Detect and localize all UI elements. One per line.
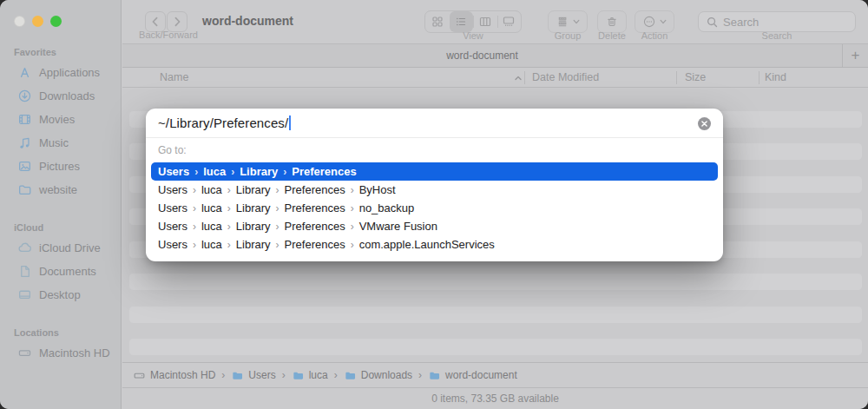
path-segment: Preferences [285, 238, 345, 251]
column-header-name[interactable]: Name [160, 71, 188, 83]
column-header-date-modified[interactable]: Date Modified [532, 71, 599, 83]
chevron-separator: › [193, 239, 196, 251]
sidebar-item-label: iCloud Drive [39, 241, 101, 254]
status-text: 0 items, 73.35 GB available [431, 393, 559, 405]
path-item-label: Users [248, 369, 275, 381]
music-icon [17, 135, 32, 150]
desktop-icon [17, 287, 32, 302]
hard-drive-icon [133, 369, 146, 382]
gallery-view-button[interactable] [497, 11, 522, 32]
path-segment: Preferences [292, 165, 356, 178]
tab-word-document[interactable]: word-document [122, 44, 842, 67]
search-input[interactable]: Search [698, 11, 856, 32]
sidebar: Favorites Applications Downloads Movies [0, 0, 122, 409]
list-row-stripe [129, 339, 862, 355]
column-header-kind[interactable]: Kind [765, 71, 786, 83]
list-row-stripe [129, 307, 862, 323]
path-segment: Preferences [285, 220, 345, 233]
suggestion-row[interactable]: Users›luca›Library›Preferences›VMware Fu… [151, 217, 718, 235]
path-segment: VMware Fusion [359, 220, 437, 233]
path-segment: luca [201, 220, 222, 233]
path-item-users[interactable]: Users [231, 369, 275, 382]
path-item-word-document[interactable]: word-document [428, 369, 517, 382]
view-label: View [424, 30, 522, 41]
list-row-stripe [129, 274, 862, 290]
chevron-separator: › [227, 239, 231, 251]
zoom-button[interactable] [50, 16, 62, 27]
sidebar-item-macintosh-hd[interactable]: Macintosh HD [0, 341, 121, 365]
sidebar-item-downloads[interactable]: Downloads [0, 84, 121, 108]
chevron-separator: › [193, 202, 196, 214]
hard-drive-icon [17, 346, 32, 360]
back-forward-label: Back/Forward [129, 30, 207, 40]
chevron-separator: › [227, 184, 231, 196]
folder-icon [17, 182, 32, 197]
suggestion-row[interactable]: Users›luca›Library›Preferences [151, 162, 718, 181]
group-label: Group [544, 30, 591, 41]
close-button[interactable] [14, 16, 25, 27]
chevron-right-icon [170, 15, 184, 29]
sidebar-item-desktop[interactable]: Desktop [0, 283, 121, 307]
path-segment: Preferences [285, 183, 345, 196]
finder-window: Favorites Applications Downloads Movies [0, 0, 868, 409]
applications-icon [17, 65, 32, 80]
icloud-icon [17, 241, 32, 255]
gallery-view-icon [502, 15, 516, 29]
sidebar-item-website[interactable]: website [0, 178, 121, 201]
sidebar-item-label: Applications [39, 66, 100, 79]
movies-icon [17, 112, 32, 127]
path-input[interactable]: ~/Library/Preferences/ [146, 109, 723, 138]
column-divider[interactable] [524, 71, 525, 84]
chevron-separator: › [227, 202, 231, 214]
sidebar-item-pictures[interactable]: Pictures [0, 155, 121, 178]
sidebar-item-applications[interactable]: Applications [0, 61, 121, 84]
chevron-separator: › [227, 221, 231, 233]
column-divider[interactable] [676, 71, 677, 84]
path-segment: Users [158, 201, 187, 214]
grid-view-icon [431, 15, 444, 29]
window-title: word-document [202, 14, 293, 28]
list-view-button[interactable] [450, 11, 474, 32]
path-item-macintosh-hd[interactable]: Macintosh HD [133, 369, 215, 382]
path-segment: com.apple.LaunchServices [359, 238, 495, 251]
minimize-button[interactable] [32, 16, 43, 27]
path-segment: Users [158, 238, 187, 251]
search-label: Search [698, 30, 856, 41]
chevron-down-icon [572, 17, 581, 26]
path-segment: ByHost [359, 183, 396, 196]
sidebar-item-documents[interactable]: Documents [0, 260, 121, 283]
chevron-separator: › [276, 202, 279, 214]
chevron-separator: › [194, 166, 198, 178]
new-tab-button[interactable]: + [842, 44, 868, 67]
clear-button[interactable] [697, 116, 712, 131]
sidebar-item-icloud-drive[interactable]: iCloud Drive [0, 236, 121, 260]
sidebar-item-music[interactable]: Music [0, 131, 121, 155]
suggestion-row[interactable]: Users›luca›Library›Preferences›ByHost [151, 181, 718, 199]
path-item-luca[interactable]: luca [292, 369, 328, 382]
path-segment: no_backup [359, 201, 415, 214]
column-divider[interactable] [759, 71, 760, 84]
column-view-button[interactable] [473, 11, 497, 32]
path-segment: Library [236, 201, 271, 214]
path-item-label: word-document [445, 369, 517, 381]
column-header-size[interactable]: Size [685, 71, 706, 83]
sidebar-section-locations: Locations [0, 319, 121, 341]
chevron-separator: › [334, 369, 338, 381]
sidebar-item-label: Movies [39, 113, 75, 126]
toolbar: Back/Forward word-document View [122, 0, 868, 43]
ellipsis-circle-icon [642, 15, 656, 29]
path-item-downloads[interactable]: Downloads [344, 369, 412, 382]
path-input-value: ~/Library/Preferences/ [158, 115, 288, 130]
sidebar-item-movies[interactable]: Movies [0, 108, 121, 131]
tab-bar: word-document + [122, 43, 868, 68]
folder-icon [428, 369, 441, 382]
icon-view-button[interactable] [425, 11, 450, 32]
suggestion-row[interactable]: Users›luca›Library›Preferences›com.apple… [151, 235, 718, 254]
folder-icon [344, 369, 357, 382]
goto-label: Go to: [158, 144, 187, 156]
chevron-separator: › [351, 202, 354, 214]
search-icon [706, 16, 719, 29]
suggestion-row[interactable]: Users›luca›Library›Preferences›no_backup [151, 199, 718, 217]
group-icon [556, 15, 569, 29]
chevron-separator: › [276, 239, 279, 251]
